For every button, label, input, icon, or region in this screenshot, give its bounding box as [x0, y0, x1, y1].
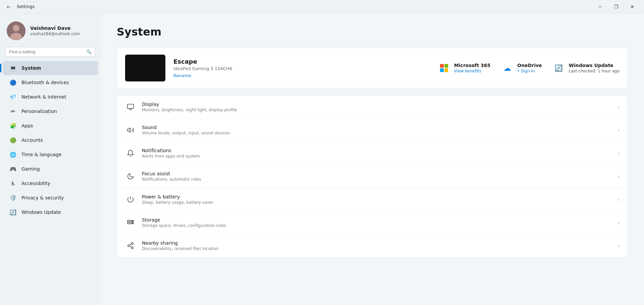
avatar-image: [7, 21, 25, 40]
nav-icon-update: 🔄: [9, 208, 17, 216]
nav-icon-gaming: 🎮: [9, 165, 17, 173]
quick-links: Microsoft 365 View benefits ☁ OneDrive •…: [438, 62, 620, 74]
device-info: Escape IdeaPad Gaming 3 15ACH6 Rename: [173, 58, 430, 78]
nav-icon-apps: 🧩: [9, 122, 17, 129]
settings-subtitle-nearby: Discoverability, received files location: [142, 246, 612, 251]
nav-label-time: Time & language: [21, 152, 61, 157]
nav-label-update: Windows Update: [21, 209, 61, 215]
quick-link-winupdate[interactable]: 🔄 Windows Update Last checked: 1 hour ag…: [553, 62, 620, 74]
nav-icon-bluetooth: 🔵: [9, 79, 17, 86]
nav-list: 💻 System 🔵 Bluetooth & devices 💎 Network…: [0, 61, 101, 220]
user-info: Vaishnavi Dave vaisha284@outlook.com: [30, 25, 80, 36]
settings-text-notifications: Notifications Alerts from apps and syste…: [142, 148, 612, 159]
back-button[interactable]: ←: [4, 2, 13, 11]
settings-text-storage: Storage Storage space, drives, configura…: [142, 217, 612, 228]
window-controls: ─ ❐ ✕: [592, 1, 640, 12]
settings-icon-notifications: [125, 148, 136, 159]
svg-point-12: [128, 245, 130, 247]
svg-point-11: [131, 243, 133, 245]
settings-item-power[interactable]: Power & battery Sleep, battery usage, ba…: [117, 188, 628, 211]
chevron-icon-nearby: ›: [618, 243, 620, 248]
sidebar-item-update[interactable]: 🔄 Windows Update: [3, 205, 98, 219]
winupdate-subtitle: Last checked: 1 hour ago: [569, 69, 620, 73]
nav-icon-time: 🌐: [9, 151, 17, 158]
nav-label-apps: Apps: [21, 123, 33, 128]
search-input[interactable]: [9, 49, 84, 54]
nav-label-bluetooth: Bluetooth & devices: [21, 80, 69, 85]
settings-subtitle-notifications: Alerts from apps and system: [142, 154, 612, 159]
minimize-button[interactable]: ─: [592, 1, 608, 12]
nav-icon-system: 💻: [9, 64, 17, 72]
sidebar-item-bluetooth[interactable]: 🔵 Bluetooth & devices: [3, 75, 98, 89]
settings-item-sound[interactable]: Sound Volume levels, output, input, soun…: [117, 119, 628, 142]
sidebar-item-privacy[interactable]: 🛡️ Privacy & security: [3, 191, 98, 205]
nav-icon-privacy: 🛡️: [9, 194, 17, 201]
settings-text-display: Display Monitors, brightness, night ligh…: [142, 102, 612, 112]
sidebar-item-time[interactable]: 🌐 Time & language: [3, 147, 98, 162]
quick-link-ms365[interactable]: Microsoft 365 View benefits: [438, 62, 490, 74]
nav-icon-accessibility: ♿: [9, 180, 17, 187]
svg-point-13: [131, 247, 133, 249]
settings-text-nearby: Nearby sharing Discoverability, received…: [142, 240, 612, 251]
settings-icon-nearby: [125, 240, 136, 251]
svg-marker-6: [127, 128, 130, 132]
chevron-icon-focus: ›: [618, 174, 620, 179]
user-section[interactable]: Vaishnavi Dave vaisha284@outlook.com: [0, 19, 101, 47]
settings-item-display[interactable]: Display Monitors, brightness, night ligh…: [117, 96, 628, 119]
svg-point-9: [132, 221, 133, 222]
nav-label-accounts: Accounts: [21, 137, 43, 143]
onedrive-subtitle: • Sign In: [517, 69, 542, 73]
winupdate-title: Windows Update: [569, 63, 620, 68]
sidebar-item-gaming[interactable]: 🎮 Gaming: [3, 162, 98, 176]
device-rename-button[interactable]: Rename: [173, 73, 430, 78]
ms365-subtitle: View benefits: [454, 69, 490, 73]
app-body: Vaishnavi Dave vaisha284@outlook.com 🔍 💻…: [0, 13, 644, 305]
nav-label-network: Network & internet: [21, 94, 66, 100]
sidebar-item-network[interactable]: 💎 Network & internet: [3, 90, 98, 104]
settings-icon-storage: [125, 217, 136, 228]
settings-title-display: Display: [142, 102, 612, 107]
page-title: System: [117, 25, 628, 38]
restore-button[interactable]: ❐: [608, 1, 624, 12]
device-info-card: Escape IdeaPad Gaming 3 15ACH6 Rename: [117, 48, 628, 88]
winupdate-icon: 🔄: [553, 62, 565, 74]
settings-list: Display Monitors, brightness, night ligh…: [117, 95, 628, 257]
nav-label-accessibility: Accessibility: [21, 181, 50, 186]
settings-title-nearby: Nearby sharing: [142, 240, 612, 246]
sidebar-item-accounts[interactable]: 🟢 Accounts: [3, 133, 98, 147]
search-icon: 🔍: [86, 49, 92, 54]
settings-item-storage[interactable]: Storage Storage space, drives, configura…: [117, 211, 628, 234]
search-box[interactable]: 🔍: [5, 47, 95, 57]
device-name: Escape: [173, 58, 430, 65]
quick-link-onedrive[interactable]: ☁ OneDrive • Sign In: [501, 62, 542, 74]
settings-subtitle-power: Sleep, battery usage, battery saver: [142, 200, 612, 205]
settings-title-storage: Storage: [142, 217, 612, 223]
settings-icon-power: [125, 194, 136, 205]
settings-item-focus[interactable]: Focus assist Notifications, automatic ru…: [117, 165, 628, 188]
svg-point-10: [132, 223, 133, 224]
settings-text-sound: Sound Volume levels, output, input, soun…: [142, 125, 612, 135]
settings-icon-display: [125, 102, 136, 112]
nav-label-personalization: Personalization: [21, 109, 57, 114]
svg-point-1: [13, 25, 19, 32]
settings-item-nearby[interactable]: Nearby sharing Discoverability, received…: [117, 234, 628, 257]
device-thumbnail: [125, 55, 165, 81]
sidebar-item-accessibility[interactable]: ♿ Accessibility: [3, 176, 98, 190]
sidebar: Vaishnavi Dave vaisha284@outlook.com 🔍 💻…: [0, 13, 101, 305]
settings-icon-focus: [125, 171, 136, 182]
ms365-icon: [438, 62, 450, 74]
settings-icon-sound: [125, 125, 136, 135]
sidebar-item-system[interactable]: 💻 System: [3, 61, 98, 75]
titlebar-title: Settings: [17, 4, 35, 9]
settings-item-notifications[interactable]: Notifications Alerts from apps and syste…: [117, 142, 628, 165]
nav-icon-accounts: 🟢: [9, 136, 17, 144]
sidebar-item-apps[interactable]: 🧩 Apps: [3, 119, 98, 133]
svg-line-14: [129, 246, 131, 247]
sidebar-item-personalization[interactable]: ✏️ Personalization: [3, 104, 98, 118]
close-button[interactable]: ✕: [625, 1, 640, 12]
settings-subtitle-focus: Notifications, automatic rules: [142, 177, 612, 182]
avatar: [7, 21, 25, 40]
settings-subtitle-storage: Storage space, drives, configuration rul…: [142, 223, 612, 228]
winupdate-info: Windows Update Last checked: 1 hour ago: [569, 63, 620, 73]
settings-subtitle-sound: Volume levels, output, input, sound devi…: [142, 131, 612, 135]
